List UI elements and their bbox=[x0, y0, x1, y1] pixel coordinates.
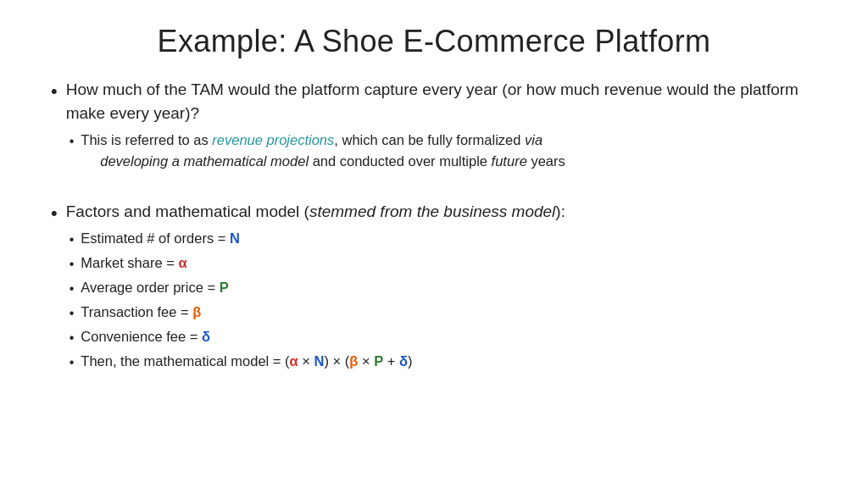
sub1-future: future bbox=[492, 153, 527, 169]
sub-txfee-pre: Transaction fee = bbox=[81, 304, 192, 319]
formula-times1: × bbox=[298, 353, 314, 369]
bullet-1-sub1-dot: • bbox=[70, 131, 75, 152]
bullet-2-sub4: • Transaction fee = β bbox=[70, 302, 565, 324]
bullet-1-dot: • bbox=[51, 79, 58, 105]
bullet-2-pre: Factors and mathematical model ( bbox=[66, 202, 309, 220]
bullet-2-sub5-dot: • bbox=[70, 328, 75, 348]
bullet-2-sub2-dot: • bbox=[70, 254, 75, 274]
sub-convfee-pre: Convenience fee = bbox=[81, 329, 202, 344]
bullet-2-content: Factors and mathematical model (stemmed … bbox=[66, 200, 565, 376]
bullet-2-sub1-text: Estimated # of orders = N bbox=[81, 228, 240, 249]
section-gap bbox=[51, 186, 817, 200]
formula-beta: β bbox=[349, 353, 358, 369]
var-N: N bbox=[230, 230, 240, 246]
bullet-2-sub2: • Market share = α bbox=[70, 252, 565, 274]
bullet-1-content: How much of the TAM would the platform c… bbox=[66, 78, 817, 175]
formula-delta: δ bbox=[399, 353, 408, 369]
formula-pre: Then, the mathematical model = ( bbox=[81, 353, 289, 369]
bullet-1: • How much of the TAM would the platform… bbox=[51, 78, 817, 175]
sub1-via: via bbox=[525, 132, 542, 147]
formula-P: P bbox=[374, 353, 383, 369]
bullet-2-sub3-text: Average order price = P bbox=[81, 277, 228, 298]
bullet-1-text: How much of the TAM would the platform c… bbox=[66, 80, 798, 122]
sub1-mid: , which can be fully formalized bbox=[334, 132, 525, 147]
sub1-end: years bbox=[527, 153, 565, 169]
bullet-2-sub5-text: Convenience fee = δ bbox=[81, 326, 210, 347]
bullet-1-sub1: • This is referred to as revenue project… bbox=[70, 130, 817, 172]
bullet-2-sub5: • Convenience fee = δ bbox=[70, 326, 565, 348]
bullet-2: • Factors and mathematical model (stemme… bbox=[51, 200, 817, 376]
var-P: P bbox=[220, 280, 229, 295]
bullet-2-sub1-dot: • bbox=[70, 230, 75, 250]
sub-market-pre: Market share = bbox=[81, 255, 178, 270]
bullet-2-sub2-text: Market share = α bbox=[81, 252, 186, 274]
var-beta: β bbox=[192, 304, 201, 319]
bullet-2-italic: stemmed from the business model bbox=[309, 202, 555, 220]
var-alpha: α bbox=[178, 255, 186, 270]
slide: Example: A Shoe E-Commerce Platform • Ho… bbox=[0, 0, 868, 488]
sub1-highlight: revenue projections bbox=[212, 132, 334, 147]
slide-content: • How much of the TAM would the platform… bbox=[51, 78, 817, 464]
bullet-2-post: ): bbox=[555, 202, 565, 220]
sub-orders-pre: Estimated # of orders = bbox=[81, 230, 230, 246]
formula-alpha: α bbox=[290, 353, 298, 369]
bullet-2-sub4-dot: • bbox=[70, 303, 75, 324]
bullet-1-subs: • This is referred to as revenue project… bbox=[70, 130, 817, 172]
formula-times2: × bbox=[358, 353, 374, 369]
sub-price-pre: Average order price = bbox=[81, 280, 219, 295]
formula-plus: + bbox=[383, 353, 399, 369]
bullet-2-sub3: • Average order price = P bbox=[70, 277, 565, 299]
slide-title: Example: A Shoe E-Commerce Platform bbox=[51, 24, 817, 59]
bullet-2-subs: • Estimated # of orders = N • Market sha… bbox=[70, 228, 565, 373]
formula-rparen1: ) × ( bbox=[324, 353, 349, 369]
bullet-2-sub1: • Estimated # of orders = N bbox=[70, 228, 565, 250]
bullet-2-dot: • bbox=[51, 201, 58, 227]
bullet-2-sub6-text: Then, the mathematical model = (α × N) ×… bbox=[81, 351, 412, 372]
bullet-1-sub1-text: This is referred to as revenue projectio… bbox=[81, 130, 565, 172]
bullet-2-sub3-dot: • bbox=[70, 279, 75, 299]
bullet-2-sub6: • Then, the mathematical model = (α × N)… bbox=[70, 351, 565, 373]
sub1-newline bbox=[81, 153, 100, 169]
bullet-2-sub6-dot: • bbox=[70, 352, 75, 373]
formula-rparen2: ) bbox=[408, 353, 413, 369]
sub1-post: and conducted over multiple bbox=[309, 153, 492, 169]
bullet-2-sub4-text: Transaction fee = β bbox=[81, 302, 201, 323]
sub1-model: developing a mathematical model bbox=[100, 153, 309, 169]
formula-N: N bbox=[314, 353, 325, 369]
bullet-2-text: Factors and mathematical model (stemmed … bbox=[66, 202, 565, 220]
var-delta: δ bbox=[202, 329, 210, 344]
sub1-pre: This is referred to as bbox=[81, 132, 212, 147]
